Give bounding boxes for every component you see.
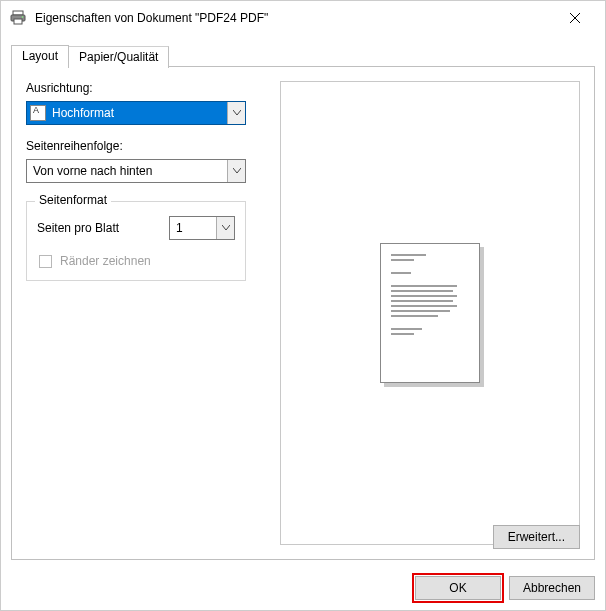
pageorder-combo-arrow[interactable] [227,160,245,182]
close-button[interactable] [553,3,597,33]
draw-borders-label: Ränder zeichnen [60,254,151,268]
svg-point-3 [22,16,24,18]
pages-per-sheet-label: Seiten pro Blatt [37,221,169,235]
close-icon [570,13,580,23]
chevron-down-icon [222,225,230,231]
properties-dialog: Eigenschaften von Dokument "PDF24 PDF" L… [0,0,606,611]
orientation-value: Hochformat [50,106,227,120]
checkbox-icon [39,255,52,268]
tab-strip: Layout Papier/Qualität [11,45,595,67]
svg-rect-2 [14,19,22,24]
advanced-button[interactable]: Erweitert... [493,525,580,549]
tab-layout[interactable]: Layout [11,45,69,67]
page-format-group: Seitenformat Seiten pro Blatt 1 [26,201,246,281]
tab-paper-quality[interactable]: Papier/Qualität [68,46,169,68]
page-preview [280,81,580,545]
svg-rect-0 [13,11,23,15]
orientation-label: Ausrichtung: [26,81,266,95]
ok-button[interactable]: OK [415,576,501,600]
cancel-button[interactable]: Abbrechen [509,576,595,600]
chevron-down-icon [233,168,241,174]
portrait-page-icon [30,105,46,121]
orientation-combo-arrow[interactable] [227,102,245,124]
titlebar: Eigenschaften von Dokument "PDF24 PDF" [1,1,605,35]
chevron-down-icon [233,110,241,116]
page-format-legend: Seitenformat [35,193,111,207]
pages-per-sheet-combo[interactable]: 1 [169,216,235,240]
pageorder-combo[interactable]: Von vorne nach hinten [26,159,246,183]
window-title: Eigenschaften von Dokument "PDF24 PDF" [35,11,553,25]
printer-icon [9,9,27,27]
pages-per-sheet-value: 1 [170,221,216,235]
pages-per-sheet-arrow[interactable] [216,217,234,239]
draw-borders-checkbox: Ränder zeichnen [37,254,235,268]
pageorder-label: Seitenreihenfolge: [26,139,266,153]
tabpage-layout: Ausrichtung: Hochformat Seitenreihenfolg… [11,66,595,560]
pageorder-value: Von vorne nach hinten [27,164,227,178]
orientation-combo[interactable]: Hochformat [26,101,246,125]
preview-page-icon [380,243,480,383]
dialog-footer: OK Abbrechen [415,576,595,600]
